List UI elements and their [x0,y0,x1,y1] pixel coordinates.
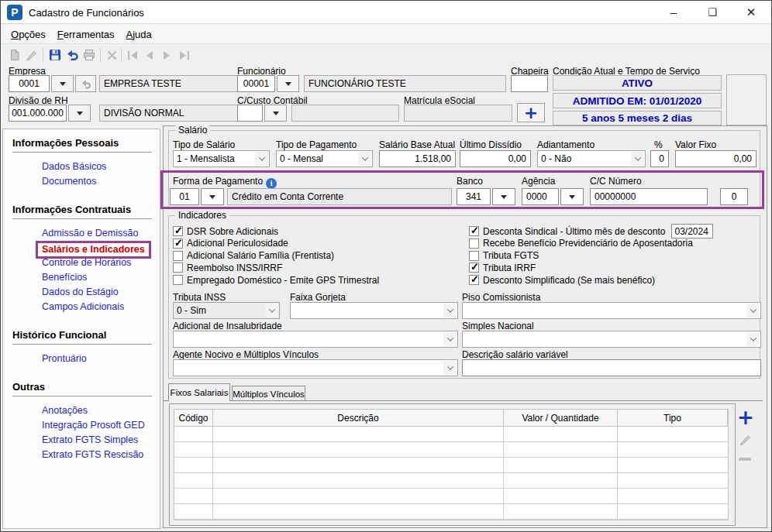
tipo-pagamento-combobox[interactable]: 0 - Mensal [276,150,373,167]
nav-prev-button[interactable] [142,46,157,63]
adicional-insalubridade-combobox[interactable] [173,331,458,348]
valor-fixo-input[interactable]: 0,00 [675,150,756,167]
menu-bar: OpçõesFerramentasAjuda [1,25,771,44]
checkbox-desconto-simplificado-se-mais-[interactable] [469,275,479,285]
sidebar-section-2: Histórico Funcional [12,329,160,341]
sidebar-item-dados-do-est-gio[interactable]: Dados do Estágio [42,285,160,300]
sidebar-item-benef-cios[interactable]: Benefícios [42,270,160,285]
tab-multiplos-vinculos[interactable]: Múltiplos Vínculos [232,386,305,401]
chevron-down-icon [255,152,268,166]
funcionario-dropdown-button[interactable] [277,75,299,92]
new-record-button[interactable] [7,46,22,63]
column-header-c-digo[interactable]: Código [174,410,213,426]
table-row [174,442,728,458]
percentual-input[interactable]: 0 [650,150,669,167]
tipo-salario-combobox[interactable]: 1 - Mensalista [173,150,270,167]
sidebar-item-admiss-o-e-demiss-o[interactable]: Admissão e Demissão [42,226,160,241]
checkbox-reembolso-inss-irrf[interactable] [173,263,183,273]
column-header-tipo[interactable]: Tipo [618,410,728,426]
print-button[interactable] [81,46,97,63]
sidebar-item-anota-es[interactable]: Anotações [42,403,160,418]
ultimo-mes-desconto-input[interactable]: 03/2024 [671,224,713,239]
sidebar-item-sal-rios-e-indicadores[interactable]: Salários e Indicadores [42,241,160,256]
menu-item-opes[interactable]: Opções [11,29,46,40]
sidebar-item-campos-adicionais[interactable]: Campos Adicionais [42,300,160,314]
agente-nocivo-combobox[interactable] [173,359,458,376]
adiantamento-combobox[interactable]: 0 - Não [537,150,646,167]
table-add-button[interactable]: + [737,410,754,427]
checkbox-label: Adicional Salário Família (Frentista) [187,250,334,261]
checkbox-desconta-sindical-ltimo-m-s-de[interactable] [469,226,479,236]
checkbox-empregado-dom-stico-emite-gps-[interactable] [173,275,183,285]
ccusto-dropdown-button[interactable] [264,105,287,122]
delete-button[interactable] [104,46,119,63]
ultimo-dissidio-input[interactable]: 0,00 [460,150,531,167]
title-bar: P Cadastro de Funcionários – ❑ ✕ [1,1,771,24]
checkbox-tributa-irrf[interactable] [469,263,479,273]
table-cell [618,473,728,488]
table-cell [618,504,728,519]
plus-icon: + [737,406,754,429]
sidebar-item-dados-b-sicos[interactable]: Dados Básicos [42,160,160,174]
table-cell [618,442,728,457]
table-cell [504,473,618,488]
sidebar-item-label: Documentos [42,174,96,189]
simples-nacional-combobox[interactable] [462,331,761,348]
empresa-code-input[interactable]: 0001 [9,75,50,92]
empresa-name-field: EMPRESA TESTE [99,75,238,92]
maximize-button[interactable]: ❑ [697,1,728,23]
table-remove-button[interactable] [739,458,751,461]
sidebar-item-extrato-fgts-rescis-o[interactable]: Extrato FGTS Rescisão [42,448,160,462]
nav-last-button[interactable] [176,46,191,63]
sidebar-item-prontu-rio[interactable]: Prontuário [42,352,160,366]
divisao-rh-dropdown-button[interactable] [68,105,91,122]
valor-fixo-label: Valor Fixo [675,139,716,150]
funcionario-code-input[interactable]: 00001 [237,75,275,92]
descricao-salario-variavel-label: Descrição salário variável [462,349,568,360]
table-row [174,504,728,520]
ccusto-code-input[interactable] [237,105,263,122]
divisao-rh-code-input[interactable]: 001.000.000 [9,105,67,122]
minimize-button[interactable]: – [658,1,689,23]
sidebar-item-label: Benefícios [42,270,87,285]
chevron-down-icon [746,304,760,317]
menu-item-ajuda[interactable]: Ajuda [126,29,152,40]
column-header-descri-o[interactable]: Descrição [213,410,504,426]
edit-record-button[interactable] [24,46,40,63]
nav-next-button[interactable] [159,46,174,63]
sidebar-item-documentos[interactable]: Documentos [42,174,160,189]
save-button[interactable] [47,46,63,63]
faixa-gorjeta-combobox[interactable] [290,302,458,319]
column-header-valor-quantidade[interactable]: Valor / Quantidade [504,410,618,426]
sidebar-section-3: Outras [12,381,160,393]
undo-button[interactable] [64,46,80,63]
salario-base-input[interactable]: 1.518,00 [379,150,456,167]
menu-item-ferramentas[interactable]: Ferramentas [57,29,115,40]
checkbox-dsr-sobre-adicionais[interactable] [173,226,183,236]
tab-fixos-salariais[interactable]: Fixos Salariais [168,383,230,401]
table-cell [213,458,504,472]
table-edit-button[interactable] [739,433,752,446]
piso-comissionista-combobox[interactable] [462,302,761,319]
status-field: ATIVO [553,75,722,91]
empresa-undo-button[interactable] [75,75,96,92]
checkbox-row: Tributa FGTS [469,250,539,262]
table-cell [618,458,728,472]
close-button[interactable]: ✕ [736,1,767,23]
adicional-insalubridade-label: Adicional de Insalubridade [173,321,282,331]
sidebar-item-extrato-fgts-simples[interactable]: Extrato FGTS Simples [42,433,160,448]
checkbox-tributa-fgts[interactable] [469,251,479,261]
checkbox-adicional-sal-rio-fam-lia-fren[interactable] [173,251,183,261]
tipo-salario-label: Tipo de Salário [173,139,235,150]
checkbox-recebe-benef-cio-previdenci-ri[interactable] [469,239,479,249]
sidebar-item-integra-o-prosoft-ged[interactable]: Integração Prosoft GED [42,418,160,433]
descricao-salario-variavel-input[interactable] [462,359,761,376]
nav-first-button[interactable] [125,46,140,63]
checkbox-row: Reembolso INSS/IRRF [173,262,282,273]
chapeira-input[interactable] [511,75,548,92]
tributa-inss-combobox[interactable]: 0 - Sim [173,302,280,319]
empresa-dropdown-button[interactable] [51,75,74,92]
table-row [174,473,728,489]
matricula-add-button[interactable]: + [517,103,545,122]
checkbox-adicional-periculosidade[interactable] [173,239,183,249]
